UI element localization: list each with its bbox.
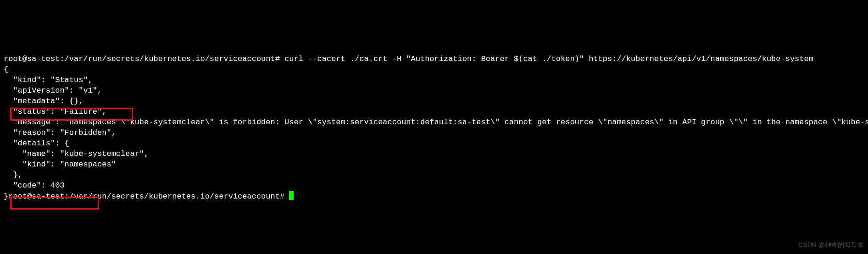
json-kind: "kind": "Status", bbox=[4, 75, 864, 85]
json-close-brace: } bbox=[4, 192, 8, 201]
json-message: "message": "namespaces \"kube-systemclea… bbox=[4, 117, 864, 127]
watermark-text: CSDN @神奇的海马体 bbox=[798, 240, 863, 250]
json-details-close: }, bbox=[4, 170, 864, 180]
json-status: "status": "Failure", bbox=[4, 106, 864, 117]
json-details-name: "name": "kube-systemclear", bbox=[4, 149, 864, 159]
json-reason: "reason": "Forbidden", bbox=[4, 127, 864, 138]
command-line: root@sa-test:/var/run/secrets/kubernetes… bbox=[4, 54, 864, 64]
json-metadata: "metadata": {}, bbox=[4, 96, 864, 106]
final-line: }root@sa-test:/var/run/secrets/kubernete… bbox=[4, 191, 864, 202]
json-code: "code": 403 bbox=[4, 180, 864, 191]
curl-command: curl --cacert ./ca.crt -H "Authorization… bbox=[284, 55, 813, 63]
json-open-brace: { bbox=[4, 64, 864, 75]
shell-prompt: root@sa-test:/var/run/secrets/kubernetes… bbox=[4, 55, 284, 63]
json-details-open: "details": { bbox=[4, 138, 864, 149]
shell-prompt-2: root@sa-test:/var/run/secrets/kubernetes… bbox=[8, 192, 289, 201]
terminal-cursor[interactable] bbox=[289, 191, 294, 200]
terminal-output: root@sa-test:/var/run/secrets/kubernetes… bbox=[4, 43, 864, 233]
json-apiversion: "apiVersion": "v1", bbox=[4, 85, 864, 96]
json-details-kind: "kind": "namespaces" bbox=[4, 159, 864, 170]
